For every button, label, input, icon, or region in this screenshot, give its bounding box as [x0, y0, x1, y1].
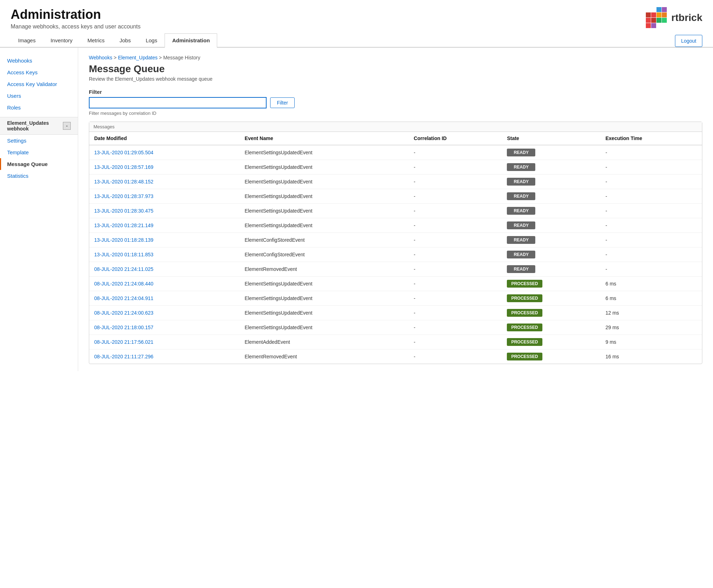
- date-link[interactable]: 08-JUL-2020 21:11:27.296: [94, 354, 154, 359]
- state-badge: PROCESSED: [507, 353, 542, 360]
- state-badge: PROCESSED: [507, 324, 542, 331]
- main-content: Webhooks > Element_Updates > Message His…: [78, 48, 713, 371]
- nav-tabs: Images Inventory Metrics Jobs Logs Admin…: [0, 33, 713, 48]
- sidebar-collapse-button[interactable]: -: [63, 122, 71, 130]
- header-left: Administration Manage webhooks, access k…: [11, 7, 141, 30]
- date-link[interactable]: 08-JUL-2020 21:17:56.021: [94, 339, 154, 345]
- messages-table: Date Modified Event Name Correlation ID …: [89, 132, 702, 364]
- messages-tbody: 13-JUL-2020 01:29:05.504ElementSettingsU…: [89, 145, 702, 364]
- table-row: 13-JUL-2020 01:29:05.504ElementSettingsU…: [89, 145, 702, 160]
- svg-rect-0: [646, 18, 651, 23]
- table-row: 08-JUL-2020 21:24:08.440ElementSettingsU…: [89, 277, 702, 291]
- date-link[interactable]: 13-JUL-2020 01:28:57.169: [94, 164, 154, 170]
- logout-button[interactable]: Logout: [675, 35, 702, 47]
- svg-rect-4: [656, 12, 661, 17]
- sidebar-item-access-key-validator[interactable]: Access Key Validator: [0, 78, 78, 90]
- date-link[interactable]: 13-JUL-2020 01:18:28.139: [94, 237, 154, 243]
- state-badge: PROCESSED: [507, 338, 542, 346]
- event-name-cell: ElementSettingsUpdatedEvent: [240, 291, 409, 306]
- tab-images[interactable]: Images: [11, 33, 43, 47]
- date-link[interactable]: 13-JUL-2020 01:28:30.475: [94, 208, 154, 214]
- table-row: 08-JUL-2020 21:24:04.911ElementSettingsU…: [89, 291, 702, 306]
- filter-button[interactable]: Filter: [270, 97, 295, 108]
- breadcrumb: Webhooks > Element_Updates > Message His…: [89, 55, 702, 60]
- sidebar: Webhooks Access Keys Access Key Validato…: [0, 48, 78, 371]
- date-link[interactable]: 08-JUL-2020 21:24:11.025: [94, 266, 154, 272]
- date-link[interactable]: 13-JUL-2020 01:28:37.973: [94, 193, 154, 199]
- sidebar-item-webhooks[interactable]: Webhooks: [0, 55, 78, 66]
- event-name-cell: ElementRemovedEvent: [240, 349, 409, 364]
- correlation-id-cell: -: [409, 262, 502, 277]
- event-name-cell: ElementSettingsUpdatedEvent: [240, 189, 409, 204]
- date-link[interactable]: 08-JUL-2020 21:18:00.157: [94, 325, 154, 330]
- logo-area: rtbrick: [646, 7, 702, 28]
- svg-rect-9: [662, 7, 667, 12]
- date-link[interactable]: 13-JUL-2020 01:28:48.152: [94, 179, 154, 185]
- event-name-cell: ElementConfigStoredEvent: [240, 247, 409, 262]
- tab-metrics[interactable]: Metrics: [80, 33, 112, 47]
- sidebar-item-template[interactable]: Template: [0, 146, 78, 158]
- sidebar-item-statistics[interactable]: Statistics: [0, 170, 78, 182]
- state-badge: READY: [507, 178, 535, 186]
- nav-tabs-list: Images Inventory Metrics Jobs Logs Admin…: [11, 33, 217, 47]
- breadcrumb-sep2: >: [159, 55, 163, 60]
- table-row: 08-JUL-2020 21:11:27.296ElementRemovedEv…: [89, 349, 702, 364]
- date-link[interactable]: 08-JUL-2020 21:24:04.911: [94, 295, 154, 301]
- table-row: 13-JUL-2020 01:28:30.475ElementSettingsU…: [89, 204, 702, 218]
- table-row: 13-JUL-2020 01:28:48.152ElementSettingsU…: [89, 175, 702, 189]
- tab-jobs[interactable]: Jobs: [112, 33, 138, 47]
- breadcrumb-message-history: Message History: [163, 55, 200, 60]
- state-badge: READY: [507, 236, 535, 244]
- table-row: 08-JUL-2020 21:24:11.025ElementRemovedEv…: [89, 262, 702, 277]
- svg-rect-3: [651, 23, 656, 28]
- svg-rect-2: [646, 23, 651, 28]
- date-link[interactable]: 13-JUL-2020 01:28:21.149: [94, 223, 154, 228]
- date-link[interactable]: 13-JUL-2020 01:18:11.853: [94, 252, 154, 257]
- state-badge: READY: [507, 265, 535, 273]
- event-name-cell: ElementSettingsUpdatedEvent: [240, 306, 409, 320]
- execution-time-cell: 12 ms: [600, 306, 702, 320]
- sidebar-item-message-queue[interactable]: Message Queue: [0, 158, 78, 170]
- tab-administration[interactable]: Administration: [165, 33, 217, 48]
- tab-inventory[interactable]: Inventory: [43, 33, 80, 47]
- page-subtitle: Review the Element_Updates webhook messa…: [89, 76, 702, 82]
- filter-hint: Filter messages by correlation ID: [89, 111, 702, 116]
- execution-time-cell: -: [600, 189, 702, 204]
- sidebar-item-settings[interactable]: Settings: [0, 135, 78, 146]
- execution-time-cell: 6 ms: [600, 291, 702, 306]
- messages-section-title: Messages: [89, 122, 702, 132]
- sidebar-item-access-keys[interactable]: Access Keys: [0, 66, 78, 78]
- execution-time-cell: -: [600, 218, 702, 233]
- svg-rect-5: [662, 12, 667, 17]
- table-header: Date Modified Event Name Correlation ID …: [89, 132, 702, 145]
- correlation-id-cell: -: [409, 218, 502, 233]
- svg-rect-6: [656, 18, 661, 23]
- correlation-id-cell: -: [409, 247, 502, 262]
- state-badge: READY: [507, 251, 535, 258]
- filter-row: Filter: [89, 97, 702, 108]
- correlation-id-cell: -: [409, 233, 502, 247]
- event-name-cell: ElementSettingsUpdatedEvent: [240, 218, 409, 233]
- rtbrick-logo-icon: [646, 7, 667, 28]
- breadcrumb-element-updates[interactable]: Element_Updates: [118, 55, 157, 60]
- date-link[interactable]: 08-JUL-2020 21:24:08.440: [94, 281, 154, 287]
- date-link[interactable]: 08-JUL-2020 21:24:00.623: [94, 310, 154, 316]
- tab-logs[interactable]: Logs: [138, 33, 165, 47]
- sidebar-item-users[interactable]: Users: [0, 90, 78, 102]
- event-name-cell: ElementConfigStoredEvent: [240, 233, 409, 247]
- table-row: 13-JUL-2020 01:28:21.149ElementSettingsU…: [89, 218, 702, 233]
- breadcrumb-webhooks[interactable]: Webhooks: [89, 55, 112, 60]
- date-link[interactable]: 13-JUL-2020 01:29:05.504: [94, 150, 154, 155]
- sidebar-item-roles[interactable]: Roles: [0, 102, 78, 113]
- svg-rect-11: [646, 12, 651, 17]
- breadcrumb-sep1: >: [114, 55, 118, 60]
- filter-input[interactable]: [89, 97, 267, 108]
- col-event-name: Event Name: [240, 132, 409, 145]
- execution-time-cell: 9 ms: [600, 335, 702, 349]
- state-badge: READY: [507, 221, 535, 229]
- table-row: 13-JUL-2020 01:28:37.973ElementSettingsU…: [89, 189, 702, 204]
- correlation-id-cell: -: [409, 160, 502, 175]
- event-name-cell: ElementSettingsUpdatedEvent: [240, 277, 409, 291]
- state-badge: PROCESSED: [507, 280, 542, 288]
- state-badge: PROCESSED: [507, 309, 542, 317]
